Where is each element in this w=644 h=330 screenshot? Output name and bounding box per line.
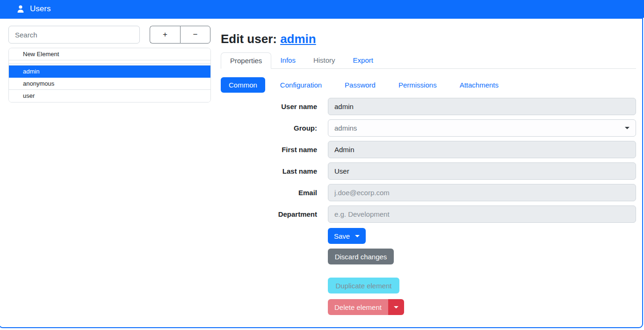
action-buttons: Save Discard changes Duplicate element D…: [328, 227, 636, 315]
app-title: Users: [30, 4, 51, 14]
subtab-attachments[interactable]: Attachments: [452, 77, 507, 93]
save-button-label: Save: [334, 232, 350, 240]
delete-split-button: Delete element: [328, 299, 636, 315]
form-row: First name: [221, 141, 636, 158]
group-label: Group:: [221, 124, 328, 132]
main-panel: Edit user: admin Properties Infos Histor…: [210, 26, 644, 327]
page-title: Edit user: admin: [221, 32, 636, 46]
email-field[interactable]: [328, 184, 636, 201]
form-row: Last name: [221, 162, 636, 180]
department-label: Department: [221, 210, 328, 218]
save-button[interactable]: Save: [328, 228, 366, 244]
discard-changes-button[interactable]: Discard changes: [328, 249, 394, 264]
subtab-bar: Common Configuration Password Permission…: [221, 77, 636, 93]
tab-properties[interactable]: Properties: [221, 52, 271, 69]
username-label: User name: [221, 103, 328, 110]
form-row: User name: [221, 98, 636, 115]
remove-element-button[interactable]: −: [180, 26, 210, 44]
tab-infos[interactable]: Infos: [271, 52, 304, 69]
username-field[interactable]: [328, 98, 636, 115]
list-item-user[interactable]: user: [9, 90, 210, 102]
user-form: User name Group: admins First name Last …: [221, 98, 636, 223]
list-item-admin[interactable]: admin: [9, 66, 210, 78]
search-input[interactable]: [8, 26, 140, 44]
subtab-configuration[interactable]: Configuration: [272, 77, 330, 93]
user-icon: [16, 4, 25, 14]
page-title-prefix: Edit user:: [221, 32, 280, 46]
list-item-anonymous[interactable]: anonymous: [9, 78, 210, 90]
caret-down-icon: [355, 235, 360, 237]
group-select[interactable]: admins: [328, 119, 636, 137]
caret-down-icon: [625, 127, 630, 129]
tab-export[interactable]: Export: [344, 52, 382, 69]
list-item-new-element[interactable]: New Element: [9, 48, 210, 60]
firstname-field[interactable]: [328, 141, 636, 158]
delete-element-button[interactable]: Delete element: [328, 299, 388, 315]
top-navbar: Users: [0, 0, 644, 18]
subtab-password[interactable]: Password: [337, 77, 384, 93]
list-item-spacer: [9, 60, 210, 64]
subtab-permissions[interactable]: Permissions: [391, 77, 445, 93]
content-shell: + − New Element admin anonymous user Edi…: [0, 18, 643, 328]
list-edit-button-group: + −: [150, 26, 210, 44]
subtab-common[interactable]: Common: [221, 77, 265, 93]
delete-dropdown-toggle[interactable]: [388, 299, 404, 315]
lastname-label: Last name: [221, 167, 328, 175]
department-field[interactable]: [328, 205, 636, 223]
sidebar: + − New Element admin anonymous user: [0, 26, 210, 327]
element-list: New Element admin anonymous user: [8, 48, 211, 103]
firstname-label: First name: [221, 146, 328, 154]
lastname-field[interactable]: [328, 162, 636, 180]
email-label: Email: [221, 189, 328, 197]
sidebar-toolbar: + −: [8, 26, 210, 44]
tab-history: History: [304, 52, 344, 69]
form-row: Department: [221, 205, 636, 223]
form-row: Group: admins: [221, 119, 636, 137]
group-select-value: admins: [334, 124, 357, 132]
duplicate-element-button[interactable]: Duplicate element: [328, 278, 399, 293]
add-element-button[interactable]: +: [150, 26, 180, 44]
caret-down-icon: [394, 306, 398, 308]
edited-user-link[interactable]: admin: [280, 32, 316, 46]
tab-bar: Properties Infos History Export: [221, 52, 636, 69]
form-row: Email: [221, 184, 636, 201]
